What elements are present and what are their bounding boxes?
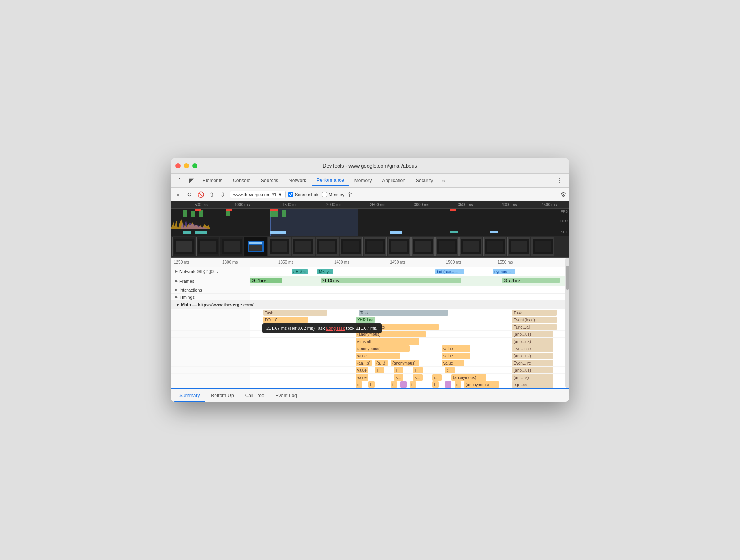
filmstrip-frame[interactable] xyxy=(507,237,530,256)
scrollbar-thumb[interactable] xyxy=(566,266,569,290)
s-bar[interactable]: s… xyxy=(394,374,403,381)
value-bar[interactable]: value xyxy=(356,353,400,359)
frame-bar[interactable]: 357.4 ms xyxy=(502,278,560,283)
ano-us-bar[interactable]: (ano…us) xyxy=(512,331,553,337)
tab-performance[interactable]: Performance xyxy=(312,175,349,186)
reload-button[interactable]: ↻ xyxy=(185,190,194,199)
filmstrip-frame[interactable] xyxy=(459,237,482,256)
event-load-bar[interactable]: Event (load) xyxy=(512,317,557,323)
clear-button[interactable]: 🚫 xyxy=(196,190,205,199)
filmstrip-frame[interactable] xyxy=(435,237,459,256)
t-bar[interactable]: t xyxy=(432,381,439,388)
evence-bar[interactable]: Eve…nce xyxy=(512,345,553,352)
value-bar[interactable]: value xyxy=(356,367,368,373)
main-thread-header[interactable]: ▼ Main — https://www.theverge.com/ xyxy=(171,301,569,309)
record-button[interactable]: ● xyxy=(174,190,183,199)
device-icon[interactable]: ◤ xyxy=(186,175,197,186)
frames-track-label[interactable]: ▶ Frames xyxy=(171,276,250,286)
download-button[interactable]: ⇩ xyxy=(218,190,227,199)
install-bar[interactable]: e.install xyxy=(356,338,419,345)
filmstrip-frame[interactable] xyxy=(172,237,195,256)
network-bar[interactable]: aHR0c xyxy=(292,269,308,274)
minimize-button[interactable] xyxy=(184,163,189,168)
menu-dots-icon[interactable]: ⋮ xyxy=(553,175,566,186)
value-bar[interactable]: value xyxy=(356,374,368,381)
microtasks-bar[interactable]: Run Microtasks xyxy=(356,324,439,330)
ano-us-bar[interactable]: (ano…us) xyxy=(512,338,553,345)
url-selector[interactable]: www.theverge.com #1 ▼ xyxy=(230,191,286,198)
tab-console[interactable]: Console xyxy=(228,175,255,186)
func-all-bar[interactable]: Func…all xyxy=(512,324,557,330)
purple-bar[interactable] xyxy=(445,381,451,388)
tab-elements[interactable]: Elements xyxy=(198,175,227,186)
tab-bottom-up[interactable]: Bottom-Up xyxy=(205,390,239,402)
t-bar[interactable]: t xyxy=(368,381,375,388)
filmstrip-frame[interactable] xyxy=(196,237,219,256)
anon-bar[interactable]: (anonymous) xyxy=(451,374,486,381)
network-bar[interactable]: cygnus… xyxy=(493,269,515,274)
filmstrip-frame[interactable] xyxy=(364,237,387,256)
tab-event-log[interactable]: Event Log xyxy=(270,390,303,402)
anon-bar[interactable]: (anonymous) xyxy=(356,345,410,352)
frame-bar[interactable]: 36.4 ms xyxy=(250,278,282,283)
network-bar[interactable]: M6Ly… xyxy=(317,269,333,274)
ano-us-bar[interactable]: (ano…us) xyxy=(512,367,553,373)
t-bar[interactable]: T xyxy=(413,367,423,373)
filmstrip-frame-highlight[interactable] xyxy=(244,237,267,256)
task-bar-selected[interactable]: Task xyxy=(359,310,448,316)
tab-security[interactable]: Security xyxy=(411,175,438,186)
tab-application[interactable]: Application xyxy=(377,175,410,186)
tab-sources[interactable]: Sources xyxy=(256,175,283,186)
filmstrip-frame[interactable] xyxy=(388,237,411,256)
value-bar[interactable]: value xyxy=(442,345,470,352)
network-bar[interactable]: bid (aax.a… xyxy=(435,269,464,274)
anon-bar[interactable]: (anonymous) xyxy=(464,381,499,388)
s-bar[interactable]: s… xyxy=(413,374,423,381)
t-bar[interactable]: t xyxy=(410,381,416,388)
t-bar[interactable]: T xyxy=(375,367,384,373)
settings-icon[interactable]: ⚙ xyxy=(561,191,566,198)
anus-bar[interactable]: (an…us) xyxy=(512,374,553,381)
timings-track-label[interactable]: ▶ Timings xyxy=(171,294,250,300)
interactions-track-label[interactable]: ▶ Interactions xyxy=(171,286,250,293)
xhr-bar[interactable]: XHR Load (c… xyxy=(356,317,375,323)
close-button[interactable] xyxy=(175,163,181,168)
filmstrip-frame[interactable] xyxy=(340,237,363,256)
filmstrip-frame[interactable] xyxy=(268,237,291,256)
filmstrip-frame[interactable] xyxy=(316,237,339,256)
anon-bar[interactable]: (anonymous) xyxy=(391,360,419,366)
cursor-icon[interactable]: ⭡ xyxy=(174,175,185,186)
value-bar[interactable]: value xyxy=(442,360,464,366)
frame-bar[interactable]: 218.9 ms xyxy=(321,278,461,283)
task-bar[interactable]: Task xyxy=(263,310,327,316)
screenshots-checkbox[interactable] xyxy=(288,192,293,197)
ano-us-bar[interactable]: (ano…us) xyxy=(512,353,553,359)
filmstrip-frame[interactable] xyxy=(531,237,554,256)
t-bar[interactable]: t xyxy=(391,381,397,388)
scrollbar[interactable] xyxy=(565,258,569,388)
filmstrip-frame[interactable] xyxy=(483,237,506,256)
e-bar[interactable]: e xyxy=(455,381,461,388)
t-bar[interactable]: T xyxy=(394,367,403,373)
a-bar[interactable]: (a…) xyxy=(375,360,388,366)
value-bar[interactable]: value xyxy=(442,353,470,359)
tab-memory[interactable]: Memory xyxy=(350,175,376,186)
maximize-button[interactable] xyxy=(192,163,197,168)
tab-call-tree[interactable]: Call Tree xyxy=(240,390,270,402)
t-bar[interactable]: t xyxy=(445,367,455,373)
filmstrip-frame[interactable] xyxy=(220,237,243,256)
purple-bar[interactable] xyxy=(400,381,407,388)
filmstrip-frame[interactable] xyxy=(292,237,315,256)
tab-summary[interactable]: Summary xyxy=(174,390,205,402)
evenire-bar[interactable]: Even…ire xyxy=(512,360,553,366)
upload-button[interactable]: ⇧ xyxy=(207,190,216,199)
anon-bar[interactable]: (anonymous) xyxy=(356,331,426,337)
ans-bar[interactable]: (an…s) xyxy=(356,360,372,366)
epss-bar[interactable]: e.p…ss xyxy=(512,381,553,388)
network-track-label[interactable]: ▶ Network xel.gif (px… xyxy=(171,267,250,276)
tab-network[interactable]: Network xyxy=(284,175,311,186)
trash-icon[interactable]: 🗑 xyxy=(347,191,352,198)
do-c-bar[interactable]: DO…C xyxy=(263,317,308,323)
i-bar[interactable]: i… xyxy=(432,374,442,381)
e-bar[interactable]: e xyxy=(356,381,362,388)
